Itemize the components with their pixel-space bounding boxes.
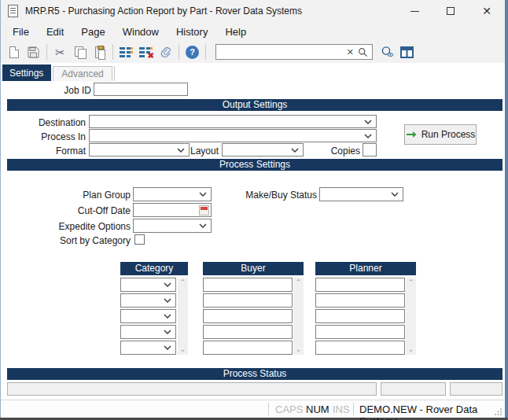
menu-edit[interactable]: Edit	[38, 23, 72, 41]
search-icon[interactable]	[357, 47, 372, 57]
chevron-down-icon	[164, 282, 171, 287]
category-row-select[interactable]	[120, 278, 176, 292]
statusbar-separator	[268, 403, 269, 415]
category-row-select[interactable]	[120, 325, 176, 339]
planner-row-input[interactable]	[315, 309, 405, 323]
buyer-row-input[interactable]	[203, 293, 293, 308]
attachment-button[interactable]	[156, 42, 175, 61]
sort-by-category-checkbox[interactable]	[134, 234, 145, 245]
category-row-select[interactable]	[120, 341, 176, 355]
scroll-down-icon[interactable]: ⌄	[296, 346, 302, 353]
window-title: MRP.R5 - Purchasing Action Report by Par…	[25, 6, 302, 17]
menu-page[interactable]: Page	[72, 23, 113, 41]
make-buy-status-select[interactable]	[319, 187, 403, 201]
output-settings-header: Output Settings	[7, 99, 502, 111]
grid-delete-button[interactable]: ✖	[136, 42, 156, 61]
buyer-column: Buyer ⌃ ⌄	[203, 262, 304, 355]
maximize-button[interactable]	[433, 0, 469, 22]
chevron-down-icon	[364, 134, 372, 138]
close-button[interactable]: ✕	[469, 0, 505, 22]
buyer-row-input[interactable]	[203, 309, 293, 323]
cutoff-date-label: Cut-Off Date	[48, 205, 131, 216]
maximize-icon	[447, 7, 455, 15]
menu-help[interactable]: Help	[216, 23, 255, 41]
toolbar-separator	[179, 44, 179, 60]
app-window: MRP.R5 - Purchasing Action Report by Par…	[0, 0, 508, 418]
process-status-header: Process Status	[7, 368, 502, 380]
ins-indicator: INS	[333, 403, 350, 415]
close-icon: ✕	[482, 6, 491, 17]
minimize-button[interactable]	[396, 0, 433, 22]
plan-group-label: Plan Group	[48, 190, 131, 201]
search-input[interactable]	[216, 46, 344, 58]
plan-group-select[interactable]	[133, 187, 212, 201]
toolbar: ✂ ✖ ? ✕	[1, 41, 505, 63]
status-bar: CAPS NUM INS DEMO.NEW - Rover Data Syste…	[1, 400, 505, 418]
category-row-select[interactable]	[120, 309, 176, 323]
category-column-header: Category	[120, 262, 188, 275]
record-preview-button[interactable]	[377, 42, 397, 61]
job-id-input[interactable]	[94, 83, 188, 96]
format-label: Format	[7, 146, 86, 157]
resize-grip[interactable]	[495, 407, 502, 415]
num-indicator: NUM	[306, 403, 329, 415]
buyer-row-input[interactable]	[203, 325, 293, 339]
layout-select[interactable]	[222, 143, 304, 157]
help-button[interactable]: ?	[182, 42, 202, 61]
tab-advanced[interactable]: Advanced	[53, 66, 112, 81]
copy-button[interactable]	[70, 42, 90, 61]
grid-view-button[interactable]	[397, 42, 417, 61]
menu-window[interactable]: Window	[114, 23, 167, 41]
cutoff-date-input[interactable]	[133, 203, 212, 217]
cutoff-date-value	[134, 204, 136, 215]
database-context: DEMO.NEW - Rover Data Systems	[359, 403, 505, 420]
chevron-down-icon	[199, 223, 207, 228]
expedite-options-label: Expedite Options	[48, 221, 131, 232]
tab-settings[interactable]: Settings	[2, 64, 51, 81]
planner-column-header: Planner	[315, 262, 416, 275]
chevron-down-icon	[199, 192, 207, 197]
paste-button[interactable]	[90, 42, 109, 61]
new-button[interactable]	[4, 42, 24, 61]
record-preview-icon	[381, 46, 395, 58]
category-row-select[interactable]	[120, 293, 176, 308]
grid-view-icon	[400, 46, 414, 58]
planner-scrollbar[interactable]: ⌃ ⌄	[406, 278, 416, 355]
scroll-up-icon[interactable]: ⌃	[408, 279, 414, 286]
scroll-down-icon[interactable]: ⌄	[180, 346, 186, 353]
scroll-up-icon[interactable]: ⌃	[180, 279, 186, 286]
chevron-down-icon	[291, 148, 299, 153]
menu-history[interactable]: History	[167, 23, 216, 41]
buyer-scrollbar[interactable]: ⌃ ⌄	[293, 278, 304, 355]
caps-indicator: CAPS	[275, 403, 303, 415]
planner-row-input[interactable]	[315, 341, 405, 355]
copies-input[interactable]	[363, 143, 377, 157]
scroll-up-icon[interactable]: ⌃	[296, 279, 302, 286]
process-in-label: Process In	[7, 131, 86, 142]
tab-strip: Settings Advanced	[2, 64, 115, 81]
calendar-icon[interactable]	[199, 205, 209, 216]
cut-icon: ✂	[55, 46, 65, 58]
cut-button[interactable]: ✂	[50, 42, 70, 61]
statusbar-separator	[353, 403, 354, 415]
planner-row-input[interactable]	[315, 278, 405, 292]
save-button[interactable]	[24, 42, 43, 61]
minimize-icon	[410, 11, 419, 12]
destination-select[interactable]	[89, 115, 377, 128]
planner-row-input[interactable]	[315, 325, 405, 339]
buyer-row-input[interactable]	[203, 278, 293, 292]
make-buy-status-label: Make/Buy Status	[233, 190, 317, 201]
category-scrollbar[interactable]: ⌃ ⌄	[178, 278, 188, 355]
process-in-select[interactable]	[89, 129, 377, 142]
process-status-field	[381, 382, 446, 396]
grid-add-button[interactable]	[116, 42, 136, 61]
run-process-button[interactable]: Run Process	[404, 124, 477, 145]
scroll-down-icon[interactable]: ⌄	[408, 346, 414, 353]
chevron-down-icon	[164, 330, 171, 334]
clear-search-icon[interactable]: ✕	[344, 48, 357, 57]
menu-file[interactable]: File	[4, 23, 38, 41]
expedite-options-select[interactable]	[133, 219, 212, 233]
planner-row-input[interactable]	[315, 293, 405, 308]
chevron-down-icon	[164, 314, 171, 319]
buyer-row-input[interactable]	[203, 341, 293, 355]
